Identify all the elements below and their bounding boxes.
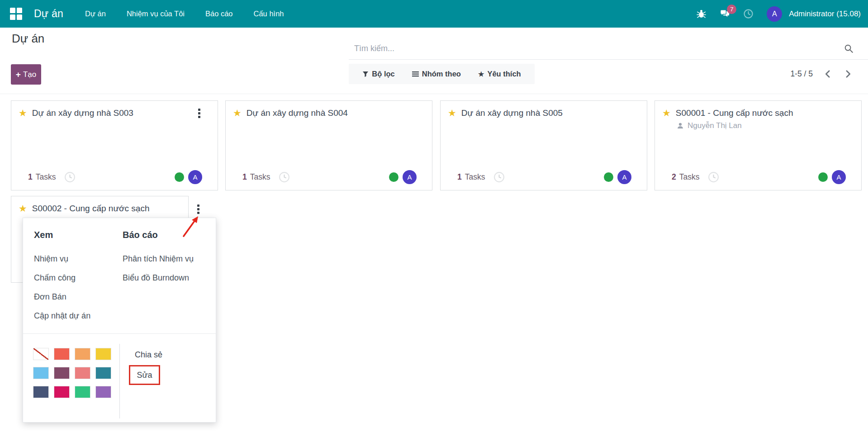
card-kebab-menu-icon[interactable] (197, 108, 201, 119)
task-count[interactable]: 1 (457, 172, 462, 182)
color-swatch-violet[interactable] (95, 386, 111, 398)
favorite-star-icon[interactable]: ★ (19, 108, 27, 119)
app-title: Dự án (34, 8, 63, 20)
dropdown-vertical-divider (119, 344, 120, 418)
filters-button[interactable]: Bộ lọc (354, 70, 403, 78)
color-swatch-green[interactable] (75, 386, 90, 398)
menu-item-sales-orders[interactable]: Đơn Bán (34, 290, 111, 304)
menu-item-edit[interactable]: Sửa (137, 371, 152, 380)
annotation-red-arrow (180, 211, 204, 241)
card-footer: 1 Tasks A (242, 170, 417, 184)
task-label[interactable]: Tasks (36, 172, 56, 182)
project-card-title: S00002 - Cung cấp nước sạch (32, 203, 150, 214)
odoo-project-kanban-screen: Dự án Dự án Nhiệm vụ của Tôi Báo cáo Cấu… (0, 0, 868, 442)
favorites-label: Yêu thích (487, 70, 521, 78)
color-swatch-none[interactable] (33, 348, 49, 360)
project-card-s003[interactable]: ★ Dự án xây dựng nhà S003 1 Tasks A (11, 100, 218, 190)
top-navbar: Dự án Dự án Nhiệm vụ của Tôi Báo cáo Cấu… (0, 0, 868, 28)
apps-grid-icon[interactable] (10, 8, 22, 20)
filters-label: Bộ lọc (372, 70, 394, 78)
dropdown-divider (23, 333, 216, 334)
menu-item-projects[interactable]: Dự án (85, 10, 106, 18)
debug-bug-icon[interactable] (696, 9, 707, 19)
menu-item-configuration[interactable]: Cấu hình (254, 10, 284, 18)
color-swatch-orange[interactable] (75, 348, 90, 360)
assignee-avatar: A (403, 170, 417, 184)
search-icon[interactable] (844, 44, 854, 53)
activity-clock-icon[interactable] (279, 171, 290, 183)
menu-item-timesheets[interactable]: Chấm công (34, 271, 111, 285)
user-avatar[interactable]: A (767, 6, 782, 22)
color-swatch-yellow[interactable] (95, 348, 111, 360)
create-button[interactable]: + Tạo (11, 64, 41, 85)
project-status-dot[interactable] (604, 172, 613, 182)
breadcrumb-page-title: Dự án (12, 32, 44, 46)
assignee-avatar: A (617, 170, 631, 184)
project-card-s00001[interactable]: ★ S00001 - Cung cấp nước sạch Nguyễn Thị… (655, 100, 862, 190)
activity-clock-icon[interactable] (493, 171, 505, 183)
plus-icon: + (16, 70, 21, 79)
task-count[interactable]: 1 (28, 172, 33, 182)
annotation-red-box: Sửa (129, 365, 160, 385)
pager-range[interactable]: 1-5 / 5 (790, 69, 813, 79)
user-menu-label[interactable]: Administrator (15.08) (789, 10, 861, 19)
project-status-dot[interactable] (175, 172, 184, 182)
card-footer: 1 Tasks A (457, 170, 631, 184)
task-label[interactable]: Tasks (679, 172, 700, 182)
favorite-star-icon[interactable]: ★ (448, 108, 456, 119)
favorite-star-icon[interactable]: ★ (233, 108, 242, 119)
task-count[interactable]: 2 (672, 172, 676, 182)
project-status-dot[interactable] (389, 172, 398, 182)
group-by-button[interactable]: Nhóm theo (403, 70, 470, 78)
card-context-dropdown: Xem Nhiệm vụ Chấm công Đơn Bán Cập nhật … (23, 218, 216, 423)
group-by-bars-icon (412, 71, 419, 77)
menu-item-reports[interactable]: Báo cáo (205, 10, 233, 18)
color-palette (33, 348, 111, 398)
favorite-star-icon[interactable]: ★ (662, 108, 671, 119)
messages-button[interactable]: 7 (720, 9, 730, 19)
pager-next-icon[interactable] (843, 69, 853, 79)
color-swatch-salmon[interactable] (75, 367, 90, 379)
project-card-title: Dự án xây dựng nhà S004 (247, 108, 348, 119)
favorites-button[interactable]: ★ Yêu thích (470, 70, 530, 78)
activity-clock-icon[interactable] (64, 171, 76, 183)
search-input[interactable] (349, 44, 844, 53)
assignee-avatar: A (832, 170, 846, 184)
project-manager-row: Nguyễn Thị Lan (677, 121, 861, 130)
menu-item-my-tasks[interactable]: Nhiệm vụ của Tôi (127, 10, 185, 18)
color-swatch-magenta[interactable] (54, 386, 70, 398)
activity-clock-icon[interactable] (708, 171, 719, 183)
navbar-right: 7 A Administrator (15.08) (696, 6, 868, 22)
task-label[interactable]: Tasks (250, 172, 270, 182)
project-card-title: Dự án xây dựng nhà S005 (461, 108, 563, 119)
assignee-avatar: A (188, 170, 202, 184)
menu-item-burndown-chart[interactable]: Biểu đồ Burndown (123, 271, 196, 285)
dropdown-view-column: Xem Nhiệm vụ Chấm công Đơn Bán Cập nhật … (34, 230, 111, 328)
color-swatch-teal[interactable] (95, 367, 111, 379)
project-manager-name: Nguyễn Thị Lan (688, 121, 742, 130)
group-by-label: Nhóm theo (422, 70, 461, 78)
menu-item-task-analysis[interactable]: Phân tích Nhiệm vụ (123, 252, 196, 266)
menu-item-project-updates[interactable]: Cập nhật dự án (34, 309, 111, 323)
user-icon (677, 122, 684, 129)
favorites-star-icon: ★ (478, 70, 484, 78)
main-menu: Dự án Nhiệm vụ của Tôi Báo cáo Cấu hình (85, 10, 284, 18)
task-label[interactable]: Tasks (465, 172, 485, 182)
color-swatch-dark-purple[interactable] (54, 367, 70, 379)
project-card-s005[interactable]: ★ Dự án xây dựng nhà S005 1 Tasks A (440, 100, 647, 190)
card-footer: 2 Tasks A (672, 170, 846, 184)
menu-item-tasks[interactable]: Nhiệm vụ (34, 252, 111, 266)
menu-item-share[interactable]: Chia sẻ (135, 350, 162, 360)
card-footer: 1 Tasks A (28, 170, 202, 184)
favorite-star-icon[interactable]: ★ (19, 203, 27, 214)
activities-clock-icon[interactable] (743, 9, 754, 19)
project-card-title: Dự án xây dựng nhà S003 (32, 108, 133, 119)
project-status-dot[interactable] (818, 172, 828, 182)
color-swatch-light-blue[interactable] (33, 367, 49, 379)
search-bar (349, 38, 868, 60)
pager-previous-icon[interactable] (823, 69, 833, 79)
project-card-s004[interactable]: ★ Dự án xây dựng nhà S004 1 Tasks A (225, 100, 432, 190)
color-swatch-red[interactable] (54, 348, 70, 360)
color-swatch-dark-blue[interactable] (33, 386, 49, 398)
task-count[interactable]: 1 (242, 172, 247, 182)
